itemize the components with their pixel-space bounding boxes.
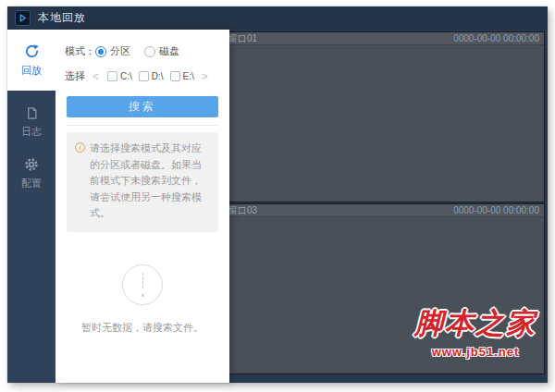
chevron-right-icon[interactable]: > <box>200 70 210 83</box>
video-window-01[interactable]: 窗口01 0000-00-00 00:00:00 <box>226 31 545 202</box>
radio-disk-label[interactable]: 磁盘 <box>159 44 179 58</box>
mode-row: 模式： 分区 磁盘 <box>65 44 220 58</box>
sidebar-item-label: 日志 <box>21 125 42 139</box>
app-logo-icon <box>15 10 31 26</box>
info-text: 请选择搜索模式及其对应的分区或者磁盘。如果当前模式下未搜索到文件，请尝试使用另一… <box>90 141 210 222</box>
watermark-url: www.jb51.net <box>414 345 536 359</box>
search-button[interactable]: 搜索 <box>67 96 218 117</box>
video-window-label: 窗口01 <box>228 32 257 45</box>
watermark: 脚本之家 www.jb51.net <box>414 304 536 359</box>
log-document-icon <box>25 106 39 120</box>
checkbox-drive-c-label[interactable]: C:\ <box>120 71 132 81</box>
radio-partition[interactable] <box>95 46 106 57</box>
video-window-03-canvas[interactable]: 脚本之家 www.jb51.net <box>227 217 544 374</box>
sidebar-item-label: 回放 <box>21 64 42 78</box>
watermark-name: 脚本之家 <box>414 304 536 343</box>
sidebar-item-playback[interactable]: 回放 <box>7 30 56 91</box>
mode-label: 模式： <box>65 44 95 58</box>
play-icon <box>18 14 27 22</box>
empty-exclamation-icon <box>122 264 163 305</box>
video-window-03[interactable]: 窗口03 0000-00-00 00:00:00 脚本之家 www.jb51.n… <box>226 203 545 374</box>
video-window-01-canvas[interactable] <box>227 45 544 202</box>
video-grid: 窗口01 0000-00-00 00:00:00 窗口03 0000-00-00… <box>226 30 548 383</box>
video-window-timestamp: 0000-00-00 00:00:00 <box>453 33 539 43</box>
checkbox-drive-c[interactable] <box>107 71 117 81</box>
empty-state-text: 暂时无数据，请搜索文件。 <box>56 321 229 335</box>
info-box: i 请选择搜索模式及其对应的分区或者磁盘。如果当前模式下未搜索到文件，请尝试使用… <box>67 132 218 232</box>
radio-disk[interactable] <box>144 46 155 57</box>
sidebar-item-label: 配置 <box>21 177 42 190</box>
checkbox-drive-e-label[interactable]: E:\ <box>183 71 194 81</box>
sidebar: 回放 日志 配置 <box>7 30 56 383</box>
video-window-01-header: 窗口01 0000-00-00 00:00:00 <box>227 32 544 45</box>
empty-state: 暂时无数据，请搜索文件。 <box>56 264 229 335</box>
video-window-timestamp: 0000-00-00 00:00:00 <box>453 205 539 215</box>
info-icon: i <box>75 142 85 153</box>
checkbox-drive-d-label[interactable]: D:\ <box>152 71 164 81</box>
video-window-03-header: 窗口03 0000-00-00 00:00:00 <box>227 204 544 217</box>
gear-icon <box>24 157 39 172</box>
video-window-label: 窗口03 <box>228 204 257 217</box>
search-panel: 模式： 分区 磁盘 选择 < C:\ D:\ E:\ > 搜索 i <box>56 30 229 383</box>
sidebar-item-config[interactable]: 配置 <box>7 152 56 196</box>
checkbox-drive-d[interactable] <box>139 71 149 81</box>
radio-partition-label[interactable]: 分区 <box>110 44 130 58</box>
chevron-left-icon[interactable]: < <box>91 70 101 83</box>
app-title: 本地回放 <box>38 10 86 26</box>
content-area: 窗口01 0000-00-00 00:00:00 窗口03 0000-00-00… <box>7 30 548 383</box>
playback-icon <box>24 43 40 59</box>
select-label: 选择 <box>65 69 85 83</box>
app-window: 本地回放 窗口01 0000-00-00 00:00:00 窗口03 0000-… <box>7 6 548 383</box>
divider <box>67 125 218 126</box>
sidebar-item-log[interactable]: 日志 <box>7 100 56 144</box>
checkbox-drive-e[interactable] <box>170 71 180 81</box>
drive-select-row: 选择 < C:\ D:\ E:\ > <box>65 69 220 83</box>
title-bar: 本地回放 <box>7 6 548 30</box>
